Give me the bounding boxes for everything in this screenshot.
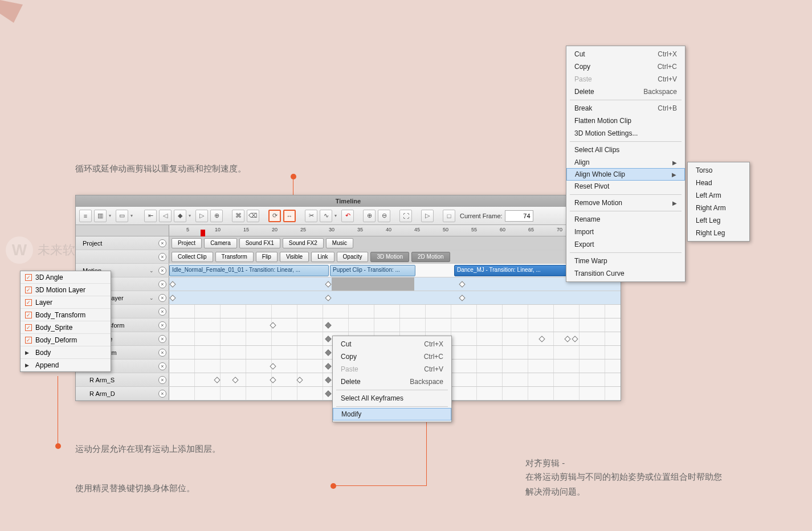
layer-item-layer[interactable]: ✓Layer — [21, 296, 111, 309]
keyframe[interactable] — [564, 336, 570, 342]
r-arm-s-label[interactable]: R Arm_S × — [76, 373, 169, 386]
play-icon[interactable]: ▷ — [421, 210, 434, 222]
close-icon[interactable]: × — [158, 362, 166, 370]
curve-icon[interactable]: ∿ — [320, 210, 332, 222]
project-label[interactable]: Project × — [76, 236, 169, 250]
dropdown-icon[interactable]: ▾ — [109, 213, 113, 218]
chevron-down-icon[interactable]: ⌄ — [149, 295, 157, 301]
r-arm-d-label[interactable]: R Arm_D × — [76, 387, 169, 400]
menu-select-all-keyframes[interactable]: Select All Keyframes — [333, 392, 451, 405]
menu-rename[interactable]: Rename — [566, 213, 685, 226]
clip-idle[interactable]: Idle_Normal_Female_01_01 - Transition: L… — [169, 265, 329, 276]
close-icon[interactable]: × — [158, 349, 166, 357]
dropdown-icon[interactable]: ▾ — [334, 213, 339, 218]
fit-icon[interactable]: ⛶ — [399, 210, 412, 222]
angle-track[interactable] — [169, 277, 621, 291]
link-icon[interactable]: ⌘ — [232, 210, 244, 222]
menu-select-all-clips[interactable]: Select All Clips — [566, 144, 685, 156]
list-icon[interactable]: ≡ — [79, 210, 92, 222]
close-icon[interactable]: × — [158, 239, 166, 247]
extend-icon[interactable]: ↔ — [283, 210, 296, 222]
layer-item-body-deform[interactable]: ✓Body_Deform — [21, 334, 111, 346]
motion-track[interactable]: Idle_Normal_Female_01_01 - Transition: L… — [169, 264, 621, 277]
layout-icon[interactable]: ▥ — [94, 210, 107, 222]
tab-music[interactable]: Music — [326, 238, 353, 248]
rewind-icon[interactable]: ⇤ — [144, 210, 157, 222]
submenu-left-arm[interactable]: Left Arm — [688, 189, 749, 202]
keyframe[interactable] — [325, 349, 331, 356]
keyframe[interactable] — [459, 295, 465, 301]
close-icon[interactable]: × — [158, 267, 166, 275]
submenu-torso[interactable]: Torso — [688, 164, 749, 177]
tab-camera[interactable]: Camera — [204, 238, 237, 248]
keyframe[interactable] — [169, 281, 176, 287]
menu-modify[interactable]: Modify — [333, 408, 451, 420]
tab-transform[interactable]: Transform — [215, 252, 254, 262]
dropdown-icon[interactable]: ▾ — [189, 213, 193, 218]
close-icon[interactable]: × — [158, 321, 166, 329]
prev-key-icon[interactable]: ◁ — [159, 210, 172, 222]
time-ruler[interactable]: 5 10 15 20 25 30 35 40 45 50 55 60 65 70 — [76, 225, 621, 236]
clip-puppet[interactable]: Puppet Clip - Transition: ... — [330, 265, 415, 276]
close-icon[interactable]: × — [158, 308, 166, 316]
current-frame-input[interactable] — [505, 210, 533, 222]
menu-align[interactable]: Align▶ — [566, 156, 685, 169]
zoom-out-icon[interactable]: ⊖ — [378, 210, 390, 222]
close-icon[interactable]: × — [158, 376, 166, 384]
submenu-left-leg[interactable]: Left Leg — [688, 214, 749, 227]
unlink-icon[interactable]: ⌫ — [247, 210, 259, 222]
layer-item-3d-motion-layer[interactable]: ✓3D Motion Layer — [21, 284, 111, 296]
tab-soundfx1[interactable]: Sound FX1 — [239, 238, 280, 248]
menu-copy[interactable]: CopyCtrl+C — [566, 60, 685, 73]
submenu-right-leg[interactable]: Right Leg — [688, 227, 749, 239]
layer-r-track[interactable] — [169, 305, 621, 318]
keyframe[interactable] — [325, 281, 331, 287]
keyframe[interactable] — [270, 363, 276, 369]
close-icon[interactable]: × — [158, 280, 166, 288]
clip-region[interactable] — [332, 277, 414, 291]
loop-icon[interactable]: ⟳ — [268, 210, 281, 222]
layer-item-body-transform[interactable]: ✓Body_Transform — [21, 309, 111, 321]
layer-item-body[interactable]: ▶Body — [21, 346, 111, 359]
keyframe[interactable] — [538, 336, 545, 342]
keyframe[interactable] — [325, 363, 331, 369]
keyframe[interactable] — [325, 336, 331, 342]
cut-icon[interactable]: ✂ — [305, 210, 317, 222]
next-key-icon[interactable]: ▷ — [195, 210, 208, 222]
menu-cut[interactable]: CutCtrl+X — [566, 48, 685, 60]
marker-icon[interactable]: ⊕ — [210, 210, 223, 222]
keyframe[interactable] — [169, 295, 176, 301]
menu-align-whole-clip[interactable]: Align Whole Clip▶ — [566, 168, 685, 181]
menu-flatten[interactable]: Flatten Motion Clip — [566, 115, 685, 127]
keyframe[interactable] — [232, 377, 238, 383]
menu-reset-pivot[interactable]: Reset Pivot — [566, 180, 685, 193]
menu-time-warp[interactable]: Time Warp — [566, 255, 685, 267]
menu-delete[interactable]: DeleteBackspace — [333, 375, 451, 388]
keyframe[interactable] — [572, 336, 578, 342]
key-icon[interactable]: ◆ — [174, 210, 186, 222]
menu-copy[interactable]: CopyCtrl+C — [333, 350, 451, 363]
zoom-in-icon[interactable]: ⊕ — [363, 210, 376, 222]
menu-delete[interactable]: DeleteBackspace — [566, 85, 685, 98]
menu-remove-motion[interactable]: Remove Motion▶ — [566, 197, 685, 209]
close-icon[interactable]: × — [158, 253, 166, 261]
keyframe[interactable] — [459, 281, 465, 287]
undo-icon[interactable]: ↶ — [341, 210, 354, 222]
layer-item-3d-angle[interactable]: ✓3D Angle — [21, 271, 111, 284]
stop-icon[interactable]: □ — [443, 210, 455, 222]
menu-3d-settings[interactable]: 3D Motion Settings... — [566, 127, 685, 140]
tab-collect-clip[interactable]: Collect Clip — [172, 252, 213, 262]
close-icon[interactable]: × — [158, 335, 166, 343]
layer-item-body-sprite[interactable]: ✓Body_Sprite — [21, 321, 111, 334]
window-title-bar[interactable]: Timeline — [76, 195, 621, 207]
close-icon[interactable]: × — [158, 294, 166, 302]
motion-layer-track[interactable] — [169, 291, 621, 304]
menu-break[interactable]: BreakCtrl+B — [566, 102, 685, 115]
tab-project[interactable]: Project — [172, 238, 202, 248]
tab-opacity[interactable]: Opacity — [337, 252, 369, 262]
tab-2d-motion[interactable]: 2D Motion — [411, 252, 450, 262]
keyframe[interactable] — [270, 322, 276, 328]
tab-link[interactable]: Link — [311, 252, 334, 262]
menu-cut[interactable]: CutCtrl+X — [333, 338, 451, 350]
menu-transition-curve[interactable]: Transition Curve — [566, 267, 685, 280]
